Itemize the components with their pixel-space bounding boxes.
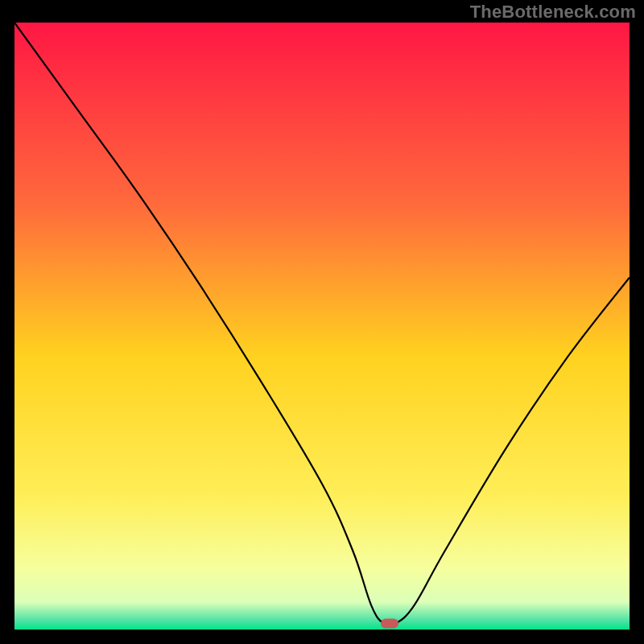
gradient-background xyxy=(14,23,630,630)
chart-svg xyxy=(14,23,630,630)
watermark-text: TheBottleneck.com xyxy=(470,2,636,23)
chart-container: TheBottleneck.com xyxy=(0,0,644,644)
optimal-point-marker xyxy=(381,618,398,628)
plot-area xyxy=(14,23,630,630)
